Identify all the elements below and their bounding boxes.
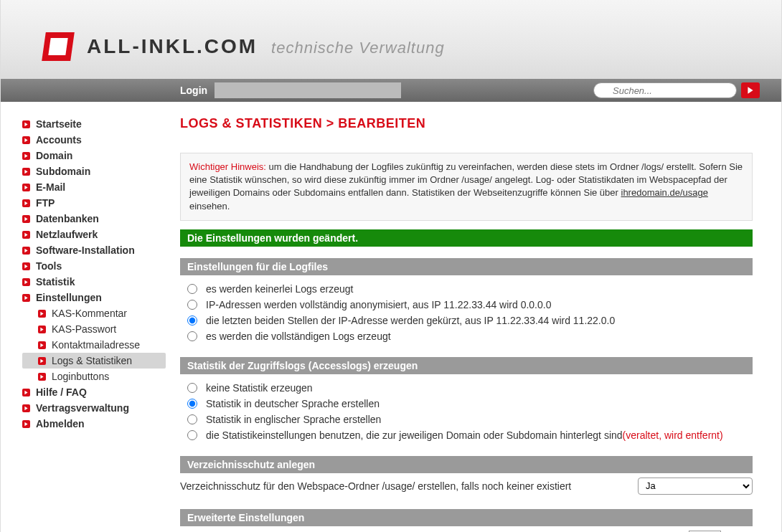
arrow-icon <box>22 247 30 255</box>
sidebar-item[interactable]: Netzlaufwerk <box>22 227 166 242</box>
search-go-icon <box>746 86 755 95</box>
sidebar-item-label[interactable]: Datenbanken <box>36 213 99 224</box>
sidebar-item[interactable]: Accounts <box>22 132 166 148</box>
sidebar-item[interactable]: Domain <box>22 148 166 163</box>
sidebar-item[interactable]: FTP <box>22 195 166 211</box>
search-wrap <box>593 82 760 98</box>
sidebar-item-label[interactable]: Tools <box>36 260 62 272</box>
sidebar-item[interactable]: Datenbanken <box>22 211 166 227</box>
radio-label: es werden die vollständigen Logs erzeugt <box>206 331 391 342</box>
sidebar-item[interactable]: Hilfe / FAQ <box>22 384 166 400</box>
sidebar-item-label[interactable]: Vertragsverwaltung <box>36 402 129 414</box>
dirprotect-row: Verzeichnisschutz für den Webspace-Ordne… <box>180 473 753 499</box>
sidebar-item-label[interactable]: E-Mail <box>36 181 65 193</box>
radio-option[interactable]: IP-Adressen werden vollständig anonymisi… <box>187 297 753 313</box>
sidebar-item-label[interactable]: Kontaktmailadresse <box>52 339 140 351</box>
notice-box: Wichtiger Hinweis: um die Handhabung der… <box>180 153 753 221</box>
sidebar-item-label[interactable]: Einstellungen <box>36 292 102 303</box>
sidebar-item-label[interactable]: Abmelden <box>36 418 85 429</box>
login-label: Login <box>180 85 207 96</box>
arrow-icon <box>22 404 30 412</box>
sidebar-item[interactable]: KAS-Kommentar <box>22 305 166 321</box>
sidebar-item-label[interactable]: Software-Installation <box>36 244 135 256</box>
sidebar: StartseiteAccountsDomainSubdomainE-MailF… <box>1 102 166 532</box>
sidebar-item[interactable]: Statistik <box>22 274 166 290</box>
sidebar-item[interactable]: Software-Installation <box>22 242 166 258</box>
brand-slogan: technische Verwaltung <box>271 39 445 57</box>
success-message: Die Einstellungen wurden geändert. <box>180 229 753 247</box>
dirprotect-select[interactable]: Ja <box>638 478 753 495</box>
radio-input[interactable] <box>187 331 197 341</box>
arrow-icon <box>38 341 46 349</box>
radio-label: Statistik in englischer Sprache erstelle… <box>206 414 381 425</box>
sidebar-item-label[interactable]: Domain <box>36 150 72 161</box>
sidebar-item-label[interactable]: Hilfe / FAQ <box>36 386 87 398</box>
sidebar-item-label[interactable]: KAS-Passwort <box>52 323 116 335</box>
radio-option[interactable]: es werden keinerlei Logs erzeugt <box>187 281 753 297</box>
radio-input[interactable] <box>187 300 197 310</box>
brand-name-text: ALL-INKL.COM <box>87 35 258 57</box>
section-stats-options: keine Statistik erzeugenStatistik in deu… <box>180 374 753 446</box>
radio-label: Statistik in deutscher Sprache erstellen <box>206 398 380 409</box>
radio-option[interactable]: die letzten beiden Stellen der IP-Adress… <box>187 313 753 328</box>
delete-after-row: Logfiles löschen nach Tagen <box>180 526 753 532</box>
sidebar-item[interactable]: Startseite <box>22 116 166 132</box>
sidebar-item[interactable]: Kontaktmailadresse <box>22 337 166 353</box>
radio-input[interactable] <box>187 399 197 409</box>
sidebar-item[interactable]: Tools <box>22 258 166 274</box>
radio-input[interactable] <box>187 430 197 440</box>
radio-input[interactable] <box>187 414 197 424</box>
section-logfiles-head: Einstellungen für die Logfiles <box>180 258 753 275</box>
radio-input[interactable] <box>187 383 197 393</box>
search-input[interactable] <box>593 82 737 98</box>
brand-name: ALL-INKL.COM technische Verwaltung <box>87 35 445 58</box>
sidebar-item[interactable]: E-Mail <box>22 179 166 195</box>
sidebar-item-label[interactable]: Logs & Statistiken <box>52 355 132 366</box>
arrow-icon <box>38 310 46 318</box>
arrow-icon <box>22 168 30 176</box>
radio-label: keine Statistik erzeugen <box>206 382 313 394</box>
arrow-icon <box>22 389 30 396</box>
sidebar-item-label[interactable]: Loginbuttons <box>52 371 109 382</box>
arrow-icon <box>22 120 30 128</box>
radio-label: es werden keinerlei Logs erzeugt <box>206 283 353 295</box>
sidebar-item-label[interactable]: Accounts <box>36 134 82 146</box>
arrow-icon <box>22 278 30 286</box>
notice-link[interactable]: ihredomain.de/usage <box>621 187 708 198</box>
radio-option[interactable]: die Statistikeinstellungen benutzen, die… <box>187 427 753 443</box>
section-advanced-head: Erweiterte Einstellungen <box>180 509 753 526</box>
arrow-icon <box>22 152 30 160</box>
sidebar-item[interactable]: Loginbuttons <box>22 369 166 384</box>
sidebar-item-label[interactable]: Startseite <box>36 118 82 130</box>
sidebar-item-label[interactable]: FTP <box>36 197 55 209</box>
sidebar-item-label[interactable]: Statistik <box>36 276 75 288</box>
search-button[interactable] <box>741 82 760 98</box>
radio-option[interactable]: Statistik in englischer Sprache erstelle… <box>187 412 753 427</box>
section-stats-head: Statistik der Zugriffslogs (Accesslogs) … <box>180 357 753 374</box>
arrow-icon <box>22 231 30 239</box>
sidebar-item[interactable]: Abmelden <box>22 416 166 432</box>
arrow-icon <box>22 184 30 191</box>
arrow-icon <box>22 262 30 270</box>
radio-option[interactable]: keine Statistik erzeugen <box>187 380 753 396</box>
sidebar-item[interactable]: Vertragsverwaltung <box>22 400 166 416</box>
sidebar-item-label[interactable]: KAS-Kommentar <box>52 308 127 319</box>
arrow-icon <box>22 215 30 223</box>
sidebar-item[interactable]: Einstellungen <box>22 290 166 305</box>
deprecated-note: (veraltet, wird entfernt) <box>623 429 723 441</box>
radio-option[interactable]: Statistik in deutscher Sprache erstellen <box>187 396 753 412</box>
sidebar-item-label[interactable]: Netzlaufwerk <box>36 229 98 240</box>
radio-input[interactable] <box>187 315 197 326</box>
sidebar-item[interactable]: KAS-Passwort <box>22 321 166 337</box>
radio-input[interactable] <box>187 284 197 294</box>
radio-option[interactable]: es werden die vollständigen Logs erzeugt <box>187 328 753 344</box>
arrow-icon <box>38 373 46 381</box>
sidebar-item[interactable]: Logs & Statistiken <box>22 353 166 369</box>
arrow-icon <box>22 199 30 207</box>
sidebar-item[interactable]: Subdomain <box>22 163 166 179</box>
arrow-icon <box>38 357 46 365</box>
section-dirprotect-head: Verzeichnisschutz anlegen <box>180 456 753 473</box>
arrow-icon <box>22 294 30 302</box>
main-content: LOGS & STATISTIKEN > BEARBEITEN Wichtige… <box>166 102 781 532</box>
sidebar-item-label[interactable]: Subdomain <box>36 166 90 177</box>
